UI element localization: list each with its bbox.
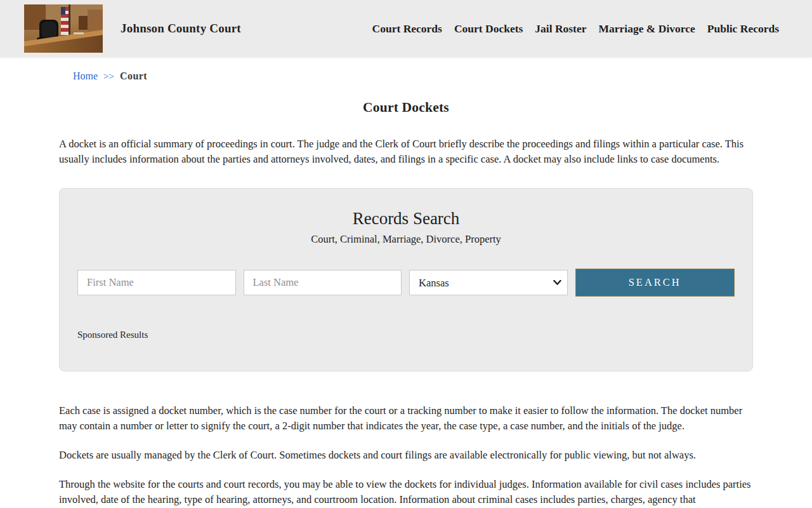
main-nav: Court Records Court Dockets Jail Roster … xyxy=(372,22,779,36)
nav-court-records[interactable]: Court Records xyxy=(372,22,442,36)
courtroom-logo-image xyxy=(24,4,103,53)
breadcrumb-home-link[interactable]: Home xyxy=(73,70,98,81)
nav-public-records[interactable]: Public Records xyxy=(707,22,779,36)
intro-paragraph: A docket is an official summary of proce… xyxy=(59,137,753,167)
search-form-row: Kansas SEARCH xyxy=(77,269,735,297)
search-panel-title: Records Search xyxy=(77,209,735,229)
nav-jail-roster[interactable]: Jail Roster xyxy=(535,22,586,36)
breadcrumb: Home>>Court xyxy=(59,70,753,82)
site-title: Johnson County Court xyxy=(121,22,241,36)
nav-marriage-divorce[interactable]: Marriage & Divorce xyxy=(598,22,695,36)
nav-court-dockets[interactable]: Court Dockets xyxy=(454,22,523,36)
state-select-wrap: Kansas xyxy=(409,270,568,295)
sponsored-results-label: Sponsored Results xyxy=(77,330,735,340)
paragraph-website: Through the website for the courts and c… xyxy=(59,477,753,507)
header: Johnson County Court Court Records Court… xyxy=(0,0,812,57)
records-search-panel: Records Search Court, Criminal, Marriage… xyxy=(59,188,753,371)
page-title: Court Dockets xyxy=(59,100,753,116)
breadcrumb-current: Court xyxy=(120,70,147,81)
last-name-input[interactable] xyxy=(244,270,402,295)
state-select[interactable]: Kansas xyxy=(409,270,568,295)
first-name-field-wrap xyxy=(77,270,236,295)
search-button[interactable]: SEARCH xyxy=(575,269,735,297)
paragraph-clerk: Dockets are usually managed by the Clerk… xyxy=(59,448,753,463)
last-name-field-wrap xyxy=(244,270,402,295)
breadcrumb-separator: >> xyxy=(103,71,114,81)
first-name-input[interactable] xyxy=(77,270,236,295)
paragraph-docket-number: Each case is assigned a docket number, w… xyxy=(59,403,753,434)
body-paragraphs: Each case is assigned a docket number, w… xyxy=(59,403,753,507)
search-panel-subtitle: Court, Criminal, Marriage, Divorce, Prop… xyxy=(77,233,735,246)
content-container: Home>>Court Court Dockets A docket is an… xyxy=(52,70,760,507)
